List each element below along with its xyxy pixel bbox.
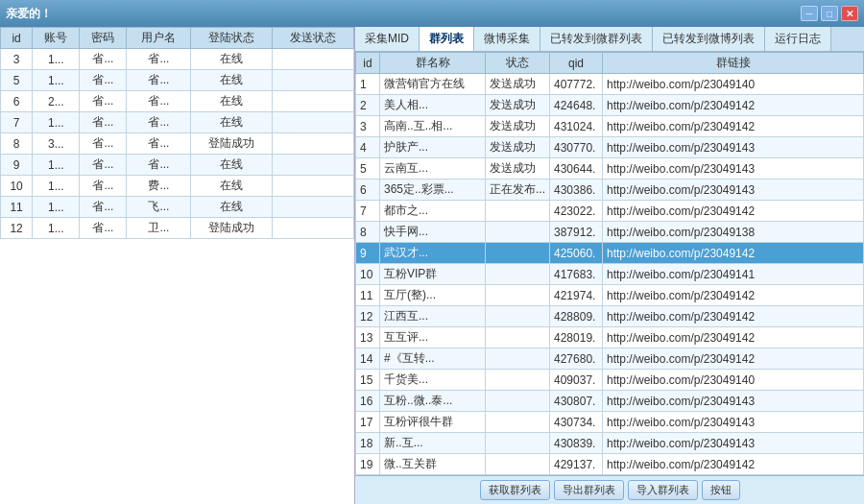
group-table-cell: 431024.	[550, 116, 603, 137]
table-row[interactable]: 71...省...省...在线	[1, 112, 354, 133]
table-row[interactable]: 17互粉评很牛群430734.http://weibo.com/p/230491…	[356, 412, 864, 433]
group-table-cell: 18	[356, 433, 380, 454]
group-table-cell: http://weibo.com/p/23049140	[603, 74, 864, 95]
table-cell: 飞...	[127, 197, 191, 218]
table-row[interactable]: 31...省...省...在线	[1, 49, 354, 70]
table-row[interactable]: 5云南互...发送成功430644.http://weibo.com/p/230…	[356, 158, 864, 180]
table-cell: 省...	[127, 91, 191, 112]
col-id: id	[1, 28, 33, 49]
table-cell: 在线	[191, 112, 273, 133]
table-cell: 省...	[80, 218, 127, 239]
table-row[interactable]: 11互厅(整)...421974.http://weibo.com/p/2304…	[356, 285, 864, 306]
get-group-list-button[interactable]: 获取群列表	[480, 480, 550, 500]
table-cell: 省...	[80, 155, 127, 176]
title-bar: 亲爱的！ ─ □ ✕	[0, 0, 864, 27]
table-cell	[273, 218, 354, 239]
table-row[interactable]: 111...省...飞...在线	[1, 197, 354, 218]
action-button[interactable]: 按钮	[702, 480, 740, 500]
table-row[interactable]: 51...省...省...在线	[1, 70, 354, 91]
table-row[interactable]: 12江西互...428809.http://weibo.com/p/230491…	[356, 306, 864, 327]
table-cell	[273, 155, 354, 176]
group-table-cell: 365定..彩票...	[380, 180, 486, 201]
group-table-cell	[486, 264, 550, 285]
group-area: id 群名称 状态 qid 群链接 1微营销官方在线发送成功407772.htt…	[355, 52, 864, 475]
maximize-button[interactable]: □	[821, 6, 838, 21]
table-cell: 费...	[127, 176, 191, 197]
table-row[interactable]: 4护肤产...发送成功430770.http://weibo.com/p/230…	[356, 137, 864, 158]
table-row[interactable]: 14#《互转...427680.http://weibo.com/p/23049…	[356, 348, 864, 370]
table-row[interactable]: 13互互评...428019.http://weibo.com/p/230491…	[356, 327, 864, 348]
group-table-cell: http://weibo.com/p/23049142	[603, 116, 864, 137]
table-row[interactable]: 7都市之...423022.http://weibo.com/p/2304914…	[356, 201, 864, 222]
group-table-cell: 429137.	[550, 454, 603, 475]
group-table-cell: 387912.	[550, 222, 603, 243]
table-row[interactable]: 62...省...省...在线	[1, 91, 354, 112]
group-table-cell	[486, 201, 550, 222]
table-row[interactable]: 3高南..互..相...发送成功431024.http://weibo.com/…	[356, 116, 864, 137]
minimize-button[interactable]: ─	[801, 6, 818, 21]
top-tab-2[interactable]: 微博采集	[474, 27, 540, 51]
table-row[interactable]: 8快手网...387912.http://weibo.com/p/2304913…	[356, 222, 864, 243]
table-cell: 1...	[33, 155, 80, 176]
table-row[interactable]: 18新..互...430839.http://weibo.com/p/23049…	[356, 433, 864, 454]
group-table-cell	[486, 391, 550, 412]
group-table-cell: 快手网...	[380, 222, 486, 243]
table-row[interactable]: 9武汉才...425060.http://weibo.com/p/2304914…	[356, 243, 864, 264]
table-row[interactable]: 83...省...省...登陆成功	[1, 133, 354, 155]
group-table-cell	[486, 222, 550, 243]
top-tab-0[interactable]: 采集MID	[355, 27, 420, 51]
table-cell	[273, 70, 354, 91]
group-table-cell: 1	[356, 74, 380, 95]
group-table-cell: #《互转...	[380, 348, 486, 370]
group-table-cell: 护肤产...	[380, 137, 486, 158]
table-cell: 3	[1, 49, 33, 70]
accounts-table: id 账号 密码 用户名 登陆状态 发送状态 31...省...省...在线51…	[0, 27, 354, 239]
table-row[interactable]: 16互粉..微..泰...430807.http://weibo.com/p/2…	[356, 391, 864, 412]
group-table-cell	[486, 370, 550, 391]
group-table-cell: 430770.	[550, 137, 603, 158]
group-table-cell: http://weibo.com/p/23049143	[603, 158, 864, 180]
table-cell	[273, 49, 354, 70]
table-cell: 省...	[80, 133, 127, 155]
table-cell: 9	[1, 155, 33, 176]
table-cell: 省...	[80, 91, 127, 112]
col-send-status: 发送状态	[273, 28, 354, 49]
group-table: id 群名称 状态 qid 群链接 1微营销官方在线发送成功407772.htt…	[355, 52, 864, 475]
table-row[interactable]: 101...省...费...在线	[1, 176, 354, 197]
top-tab-4[interactable]: 已转发到微博列表	[653, 27, 765, 51]
import-group-list-button[interactable]: 导入群列表	[628, 480, 698, 500]
table-row[interactable]: 19微..互关群429137.http://weibo.com/p/230491…	[356, 454, 864, 475]
table-cell: 在线	[191, 155, 273, 176]
gcol-name: 群名称	[380, 53, 486, 74]
table-cell: 在线	[191, 49, 273, 70]
group-table-cell: http://weibo.com/p/23049142	[603, 285, 864, 306]
table-row[interactable]: 2美人相...发送成功424648.http://weibo.com/p/230…	[356, 95, 864, 116]
table-cell: 5	[1, 70, 33, 91]
top-tab-1[interactable]: 群列表	[420, 27, 474, 51]
table-row[interactable]: 10互粉VIP群417683.http://weibo.com/p/230491…	[356, 264, 864, 285]
close-button[interactable]: ✕	[841, 6, 858, 21]
group-table-cell: 3	[356, 116, 380, 137]
table-cell: 1...	[33, 197, 80, 218]
table-row[interactable]: 6365定..彩票...正在发布...430386.http://weibo.c…	[356, 180, 864, 201]
table-cell: 10	[1, 176, 33, 197]
top-tab-5[interactable]: 运行日志	[765, 27, 831, 51]
col-username: 用户名	[127, 28, 191, 49]
group-table-cell: http://weibo.com/p/23049143	[603, 391, 864, 412]
group-table-cell: 14	[356, 348, 380, 370]
gcol-status: 状态	[486, 53, 550, 74]
table-row[interactable]: 121...省...卫...登陆成功	[1, 218, 354, 239]
table-row[interactable]: 91...省...省...在线	[1, 155, 354, 176]
table-cell: 1...	[33, 49, 80, 70]
window-title: 亲爱的！	[6, 6, 52, 22]
export-group-list-button[interactable]: 导出群列表	[554, 480, 624, 500]
group-bottom-buttons: 获取群列表 导出群列表 导入群列表 按钮	[355, 475, 864, 504]
top-tab-3[interactable]: 已转发到微群列表	[540, 27, 653, 51]
table-row[interactable]: 15千货美...409037.http://weibo.com/p/230491…	[356, 370, 864, 391]
table-cell: 省...	[80, 197, 127, 218]
gcol-id: id	[356, 53, 380, 74]
group-table-cell: 互互评...	[380, 327, 486, 348]
table-row[interactable]: 1微营销官方在线发送成功407772.http://weibo.com/p/23…	[356, 74, 864, 95]
right-panel: 采集MID群列表微博采集已转发到微群列表已转发到微博列表运行日志 id 群名称 …	[355, 27, 864, 504]
table-cell: 省...	[80, 70, 127, 91]
